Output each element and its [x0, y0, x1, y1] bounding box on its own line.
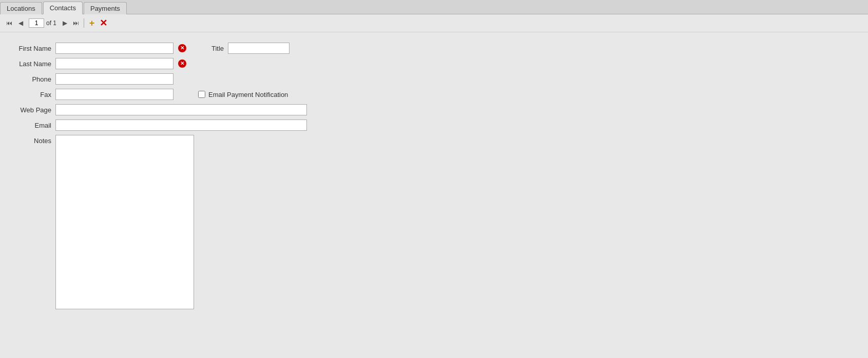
title-input[interactable]	[228, 43, 290, 54]
phone-row: Phone	[10, 73, 858, 85]
email-input[interactable]	[55, 120, 307, 131]
email-notification-checkbox[interactable]	[198, 91, 205, 98]
toolbar: ⏮ ◀ of 1 ▶ ⏭ + ✕	[0, 14, 868, 32]
fax-input[interactable]	[55, 89, 173, 100]
next-record-button[interactable]: ▶	[60, 18, 70, 28]
clear-last-name-icon: ✕	[178, 59, 186, 68]
tab-contacts[interactable]: Contacts	[43, 2, 83, 14]
email-notification-section: Email Payment Notification	[198, 91, 288, 98]
first-name-row: First Name ✕ Title	[10, 43, 858, 54]
notes-label: Notes	[10, 135, 51, 145]
phone-label: Phone	[10, 75, 51, 83]
last-record-button[interactable]: ⏭	[71, 18, 81, 28]
tab-locations[interactable]: Locations	[0, 2, 42, 14]
delete-record-button[interactable]: ✕	[98, 16, 109, 30]
clear-first-name-button[interactable]: ✕	[178, 44, 187, 53]
add-record-button[interactable]: +	[87, 17, 97, 30]
current-record-input[interactable]	[29, 18, 44, 28]
title-label: Title	[211, 45, 224, 52]
tab-payments[interactable]: Payments	[84, 2, 127, 14]
email-notification-label: Email Payment Notification	[208, 91, 288, 98]
title-section: Title	[211, 43, 290, 54]
last-name-row: Last Name ✕	[10, 58, 858, 69]
email-label: Email	[10, 122, 51, 129]
last-name-input[interactable]	[55, 58, 173, 69]
clear-last-name-button[interactable]: ✕	[178, 59, 187, 68]
fax-label: Fax	[10, 91, 51, 98]
web-page-label: Web Page	[10, 106, 51, 114]
phone-input[interactable]	[55, 73, 173, 85]
first-name-input[interactable]	[55, 43, 173, 54]
clear-first-name-icon: ✕	[178, 44, 186, 52]
toolbar-separator	[84, 18, 84, 28]
web-page-input[interactable]	[55, 104, 307, 115]
record-indicator: of 1	[29, 18, 56, 28]
record-of-label: of 1	[46, 19, 56, 27]
notes-row: Notes	[10, 135, 858, 309]
last-name-label: Last Name	[10, 60, 51, 68]
fax-row: Fax Email Payment Notification	[10, 89, 858, 100]
form-container: First Name ✕ Title Last Name ✕ Phone F	[10, 43, 858, 309]
first-record-button[interactable]: ⏮	[4, 18, 14, 28]
tabs-bar: Locations Contacts Payments	[0, 0, 868, 14]
notes-textarea[interactable]	[55, 135, 194, 309]
prev-record-button[interactable]: ◀	[15, 18, 26, 28]
email-row: Email	[10, 120, 858, 131]
first-name-label: First Name	[10, 45, 51, 52]
web-page-row: Web Page	[10, 104, 858, 115]
content-area: First Name ✕ Title Last Name ✕ Phone F	[0, 32, 868, 358]
